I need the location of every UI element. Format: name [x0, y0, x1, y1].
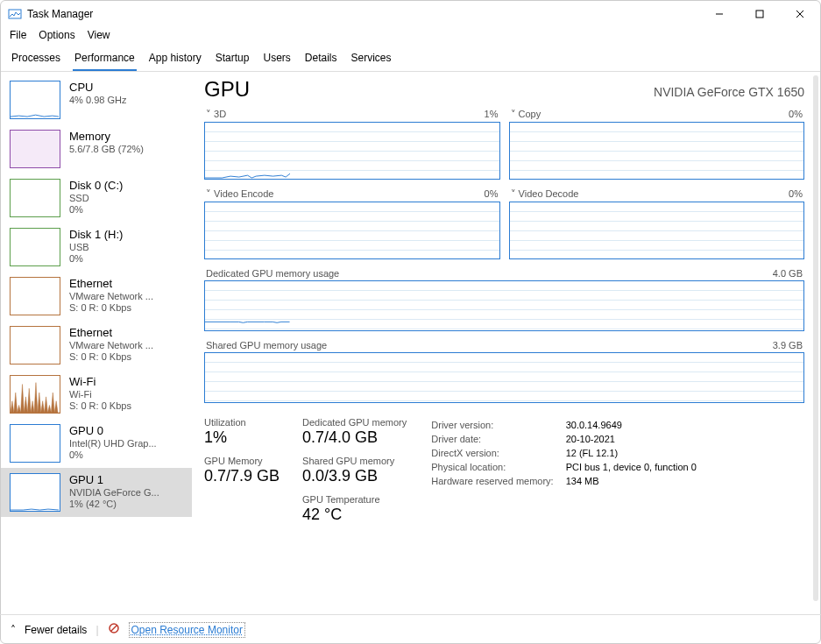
main-panel: GPU NVIDIA GeForce GTX 1650 3D1% Copy0% … — [192, 72, 820, 616]
disk-thumb-icon — [10, 179, 60, 217]
sidebar-item-sub: VMware Network ... — [69, 340, 153, 350]
graph-copy — [509, 122, 805, 180]
chevron-up-icon: ˄ — [11, 624, 16, 636]
sidebar-item-cpu[interactable]: CPU 4% 0.98 GHz — [1, 75, 192, 124]
sidebar-item-gpu0[interactable]: GPU 0 Intel(R) UHD Grap... 0% — [1, 419, 192, 468]
sidebar-item-sub2: 1% (42 °C) — [69, 499, 159, 509]
menu-options[interactable]: Options — [39, 29, 74, 41]
sidebar-item-sub: 4% 0.98 GHz — [69, 95, 126, 105]
sidebar-item-sub2: S: 0 R: 0 Kbps — [69, 400, 131, 411]
sidebar: CPU 4% 0.98 GHz Memory 5.6/7.8 GB (72%) … — [1, 72, 192, 616]
graph-shared-memory — [204, 352, 804, 403]
graph-selector-copy[interactable]: Copy — [511, 109, 541, 120]
sidebar-item-sub2: S: 0 R: 0 Kbps — [69, 302, 153, 313]
sidebar-item-label: CPU — [69, 81, 126, 94]
table-row: Physical location:PCI bus 1, device 0, f… — [431, 461, 707, 473]
graph-selector-video-encode[interactable]: Video Encode — [206, 188, 273, 200]
graph-value-copy: 0% — [789, 109, 803, 120]
sidebar-item-label: Wi-Fi — [69, 375, 131, 388]
memory-thumb-icon — [10, 130, 60, 168]
info-key: DirectX version: — [431, 447, 563, 459]
stat-label-temp: GPU Temperature — [302, 494, 407, 505]
sidebar-item-gpu1[interactable]: GPU 1 NVIDIA GeForce G... 1% (42 °C) — [1, 468, 192, 517]
vertical-scrollbar[interactable] — [813, 75, 818, 601]
sidebar-item-sub2: S: 0 R: 0 Kbps — [69, 351, 153, 362]
gpu-info-table: Driver version:30.0.14.9649 Driver date:… — [429, 417, 709, 489]
tab-startup[interactable]: Startup — [214, 48, 251, 71]
tab-performance[interactable]: Performance — [73, 48, 137, 71]
info-key: Hardware reserved memory: — [431, 475, 563, 487]
minimize-button[interactable] — [699, 1, 740, 27]
svg-line-6 — [110, 626, 117, 632]
menu-view[interactable]: View — [88, 29, 110, 41]
graph-3d — [204, 122, 500, 180]
titlebar: Task Manager — [1, 1, 820, 27]
stat-label-dedicated: Dedicated GPU memory — [302, 417, 407, 428]
tab-services[interactable]: Services — [350, 48, 393, 71]
disk-thumb-icon — [10, 228, 60, 266]
stat-label-shared: Shared GPU memory — [302, 456, 407, 466]
sidebar-item-sub2: 0% — [69, 449, 157, 460]
sidebar-item-label: Disk 0 (C:) — [69, 179, 123, 192]
sidebar-item-label: Ethernet — [69, 277, 153, 290]
table-row: Driver version:30.0.14.9649 — [431, 419, 707, 431]
graph-video-encode — [204, 202, 500, 259]
sidebar-item-sub: SSD — [69, 193, 123, 203]
sidebar-item-wifi[interactable]: Wi-Fi Wi-Fi S: 0 R: 0 Kbps — [1, 370, 192, 419]
sidebar-item-label: Memory — [69, 130, 144, 143]
menu-file[interactable]: File — [10, 29, 26, 41]
info-value: 20-10-2021 — [566, 433, 707, 445]
svg-rect-2 — [756, 11, 763, 18]
stat-value-utilization: 1% — [204, 428, 280, 447]
sidebar-item-sub2: 0% — [69, 253, 123, 264]
footer: ˄ Fewer details | Open Resource Monitor — [0, 614, 821, 644]
stat-label-gpu-memory: GPU Memory — [204, 456, 280, 466]
menubar: File Options View — [1, 27, 820, 45]
open-resource-monitor-link[interactable]: Open Resource Monitor — [129, 622, 245, 638]
tab-processes[interactable]: Processes — [10, 48, 62, 71]
close-button[interactable] — [780, 1, 820, 27]
sidebar-item-label: Disk 1 (H:) — [69, 228, 123, 241]
stat-value-gpu-memory: 0.7/7.9 GB — [204, 467, 280, 485]
tab-details[interactable]: Details — [303, 48, 339, 71]
maximize-button[interactable] — [740, 1, 780, 27]
fewer-details-button[interactable]: Fewer details — [25, 624, 87, 636]
app-icon — [8, 7, 22, 21]
sidebar-item-sub2: 0% — [69, 204, 123, 215]
sidebar-item-memory[interactable]: Memory 5.6/7.8 GB (72%) — [1, 124, 192, 173]
sidebar-item-disk1[interactable]: Disk 1 (H:) USB 0% — [1, 223, 192, 272]
sidebar-item-ethernet1[interactable]: Ethernet VMware Network ... S: 0 R: 0 Kb… — [1, 321, 192, 370]
sidebar-item-sub: Intel(R) UHD Grap... — [69, 438, 157, 449]
info-key: Driver version: — [431, 419, 563, 431]
info-value: 134 MB — [566, 475, 707, 487]
graph-dedicated-memory — [204, 280, 804, 331]
sidebar-item-sub: 5.6/7.8 GB (72%) — [69, 144, 144, 154]
sidebar-item-ethernet0[interactable]: Ethernet VMware Network ... S: 0 R: 0 Kb… — [1, 272, 192, 321]
graph-value-video-decode: 0% — [789, 188, 803, 200]
stat-value-temp: 42 °C — [302, 506, 407, 524]
tab-app-history[interactable]: App history — [147, 48, 203, 71]
content: CPU 4% 0.98 GHz Memory 5.6/7.8 GB (72%) … — [1, 72, 820, 616]
stat-label-utilization: Utilization — [204, 417, 280, 428]
graph-label-dedicated: Dedicated GPU memory usage — [206, 268, 339, 279]
graph-value-video-encode: 0% — [485, 188, 499, 200]
graph-selector-video-decode[interactable]: Video Decode — [511, 188, 579, 200]
info-value: PCI bus 1, device 0, function 0 — [566, 461, 707, 473]
stat-value-dedicated: 0.7/4.0 GB — [302, 428, 407, 447]
info-key: Driver date: — [431, 433, 563, 445]
sidebar-item-label: GPU 0 — [69, 424, 157, 437]
info-value: 12 (FL 12.1) — [566, 447, 707, 459]
tabbar: Processes Performance App history Startu… — [1, 45, 820, 72]
tab-users[interactable]: Users — [261, 48, 292, 71]
sidebar-item-disk0[interactable]: Disk 0 (C:) SSD 0% — [1, 173, 192, 223]
sidebar-item-label: GPU 1 — [69, 473, 159, 486]
ethernet-thumb-icon — [10, 326, 60, 364]
sidebar-item-sub: NVIDIA GeForce G... — [69, 487, 159, 498]
stat-value-shared: 0.0/3.9 GB — [302, 467, 407, 485]
table-row: DirectX version:12 (FL 12.1) — [431, 447, 707, 459]
graph-selector-3d[interactable]: 3D — [206, 109, 226, 120]
info-key: Physical location: — [431, 461, 563, 473]
sidebar-item-label: Ethernet — [69, 326, 153, 339]
graph-value-3d: 1% — [485, 109, 499, 120]
gpu-thumb-icon — [10, 424, 60, 463]
